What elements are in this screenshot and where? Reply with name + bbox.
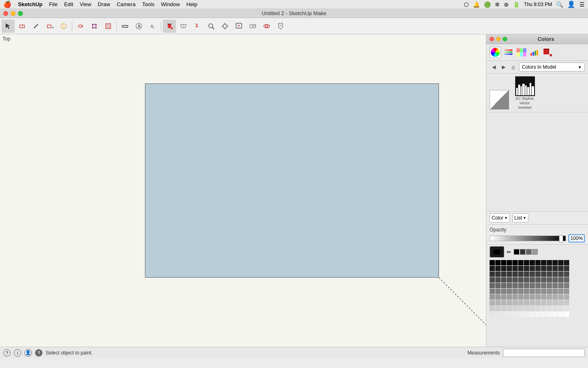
swatch-cell[interactable]	[490, 277, 495, 283]
swatch-cell[interactable]	[490, 272, 495, 277]
app-icon[interactable]: 🟢	[484, 1, 491, 8]
swatch-cell[interactable]	[512, 312, 518, 317]
swatch-cell[interactable]	[518, 300, 523, 305]
menu-tools[interactable]: Tools	[142, 1, 154, 7]
wifi-icon[interactable]: ⊛	[504, 1, 509, 8]
texture-preview-2[interactable]	[515, 76, 535, 96]
follow-me-button[interactable]	[74, 20, 87, 33]
zoom-button[interactable]	[205, 20, 218, 33]
swatch-cell[interactable]	[552, 266, 558, 271]
swatch-cell[interactable]	[547, 300, 552, 305]
swatch-cell[interactable]	[552, 312, 558, 317]
swatch-cell[interactable]	[547, 283, 552, 288]
panel-minimize-button[interactable]	[496, 37, 501, 41]
swatch-cell[interactable]	[535, 300, 541, 305]
swatch-cell[interactable]	[564, 266, 569, 271]
swatch-cell[interactable]	[501, 277, 506, 283]
opacity-value[interactable]: 100%	[568, 234, 585, 242]
swatch-cell[interactable]	[512, 306, 518, 311]
swatch-cell[interactable]	[501, 306, 506, 311]
swatch-cell[interactable]	[535, 266, 541, 271]
swatch-cell[interactable]	[524, 266, 529, 271]
swatch-cell[interactable]	[541, 277, 546, 283]
swatch-cell[interactable]	[501, 294, 506, 300]
swatch-cell[interactable]	[564, 272, 569, 277]
swatch-cell[interactable]	[495, 277, 501, 283]
swatch-cell[interactable]	[564, 300, 569, 305]
swatch-cell[interactable]	[490, 300, 495, 305]
swatch-cell[interactable]	[507, 312, 512, 317]
swatch-cell[interactable]	[535, 272, 541, 277]
swatch-cell[interactable]	[512, 272, 518, 277]
swatch-light-gray[interactable]	[532, 249, 538, 255]
swatch-cell[interactable]	[535, 283, 541, 288]
3d-text-button[interactable]: AA	[146, 20, 159, 33]
swatch-cell[interactable]	[552, 277, 558, 283]
swatch-cell[interactable]	[558, 289, 564, 294]
swatch-cell[interactable]	[507, 306, 512, 311]
swatch-cell[interactable]	[547, 294, 552, 300]
swatch-cell[interactable]	[490, 260, 495, 265]
swatch-cell[interactable]	[518, 306, 523, 311]
swatch-cell[interactable]	[541, 294, 546, 300]
swatch-cell[interactable]	[558, 300, 564, 305]
black-swatch-tool[interactable]	[490, 246, 504, 258]
swatch-cell[interactable]	[530, 289, 535, 294]
swatch-cell[interactable]	[530, 294, 535, 300]
swatch-cell[interactable]	[547, 289, 552, 294]
nav-forward-button[interactable]: ▶	[499, 63, 508, 71]
info-icon[interactable]: i	[14, 349, 21, 357]
canvas-area[interactable]: Top	[0, 34, 486, 347]
swatch-cell[interactable]	[495, 283, 501, 288]
offset-button[interactable]	[102, 20, 115, 33]
swatch-cell[interactable]	[541, 300, 546, 305]
list-mode-dropdown[interactable]: List ▼	[512, 213, 529, 222]
swatch-cell[interactable]	[495, 260, 501, 265]
swatch-cell[interactable]	[535, 260, 541, 265]
swatch-cell[interactable]	[547, 272, 552, 277]
swatch-dark-gray[interactable]	[520, 249, 526, 255]
swatch-cell[interactable]	[495, 306, 501, 311]
swatch-cell[interactable]	[507, 266, 512, 271]
swatch-cell[interactable]	[564, 306, 569, 311]
person-icon[interactable]: 👤	[24, 349, 32, 357]
swatch-cell[interactable]	[490, 312, 495, 317]
collection-dropdown[interactable]: Colors In Model ▼	[519, 63, 585, 72]
texture-preview-1[interactable]	[490, 90, 509, 110]
swatch-cell[interactable]	[558, 283, 564, 288]
section-plane-button[interactable]	[177, 20, 190, 33]
apple-menu[interactable]: 🍎	[3, 0, 11, 8]
walk-button[interactable]	[191, 20, 204, 33]
swatch-cell[interactable]	[564, 283, 569, 288]
swatch-cell[interactable]	[552, 260, 558, 265]
panel-close-button[interactable]	[490, 37, 494, 41]
swatch-cell[interactable]	[495, 266, 501, 271]
swatch-cell[interactable]	[501, 266, 506, 271]
swatch-cell[interactable]	[507, 294, 512, 300]
add-location-button[interactable]	[274, 20, 287, 33]
bluetooth-icon[interactable]: ✲	[495, 1, 500, 8]
scale-button[interactable]	[88, 20, 101, 33]
question-icon[interactable]: ?	[3, 349, 11, 357]
swatch-cell[interactable]	[490, 283, 495, 288]
swatch-cell[interactable]	[558, 312, 564, 317]
swatch-cell[interactable]	[507, 272, 512, 277]
swatch-cell[interactable]	[490, 294, 495, 300]
swatch-cell[interactable]	[490, 266, 495, 271]
swatch-black[interactable]	[514, 249, 519, 255]
swatch-cell[interactable]	[501, 289, 506, 294]
pencil-edit-icon[interactable]: ✏	[507, 249, 511, 255]
swatch-cell[interactable]	[541, 266, 546, 271]
menu-help[interactable]: Help	[186, 1, 197, 7]
swatch-cell[interactable]	[541, 272, 546, 277]
swatch-cell[interactable]	[495, 289, 501, 294]
swatch-cell[interactable]	[501, 300, 506, 305]
tape-measure-button[interactable]	[118, 20, 131, 33]
swatch-cell[interactable]	[495, 294, 501, 300]
swatch-cell[interactable]	[535, 277, 541, 283]
swatch-cell[interactable]	[541, 312, 546, 317]
color-wheel-mode-button[interactable]	[490, 47, 501, 58]
swatch-cell[interactable]	[518, 266, 523, 271]
swatch-cell[interactable]	[564, 277, 569, 283]
swatch-mid-gray[interactable]	[526, 249, 532, 255]
